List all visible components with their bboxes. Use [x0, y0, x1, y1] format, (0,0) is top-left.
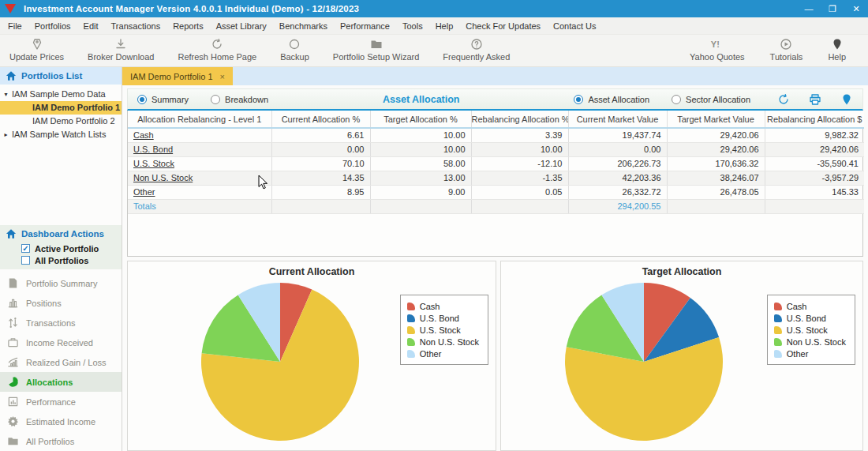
iam-triangle-logo — [4, 3, 17, 14]
legend-label: Cash — [787, 302, 807, 311]
toolbar-tutorials-button[interactable]: Tutorials — [770, 38, 803, 62]
radio-sector-allocation[interactable]: Sector Allocation — [672, 95, 750, 104]
column-header-target-allocation[interactable]: Target Allocation % — [370, 111, 471, 128]
tree-item-iam-demo-portfolio-2[interactable]: IAM Demo Portfolio 2 — [0, 115, 122, 128]
column-header-rebalancing-allocation[interactable]: Rebalancing Allocation $ — [765, 111, 864, 128]
printer-icon[interactable] — [809, 93, 821, 106]
trend-chart-icon — [7, 356, 19, 368]
cell-value: 26,478.05 — [667, 185, 765, 199]
allocation-table: Allocation Rebalancing - Level 1Current … — [128, 111, 864, 214]
checkbox-row-active-portfolio[interactable]: ✓Active Portfolio — [0, 242, 122, 254]
column-header-rebalancing-allocation[interactable]: Rebalancing Allocation % — [471, 111, 568, 128]
column-header-allocation-rebalancing-level-1[interactable]: Allocation Rebalancing - Level 1 — [128, 111, 271, 128]
radio-unselected-icon — [211, 95, 220, 104]
cell-value: 10.00 — [471, 142, 568, 156]
legend-label: Other — [420, 349, 442, 359]
sidebar-spacer — [0, 141, 122, 225]
menu-contact-us[interactable]: Contact Us — [547, 17, 602, 35]
toolbar-backup-button[interactable]: Backup — [280, 38, 309, 62]
sidebar-item-transactions[interactable]: Transactions — [0, 313, 122, 333]
radio-selected-icon — [574, 95, 583, 104]
bookmark-icon[interactable] — [840, 93, 853, 106]
sidebar-item-realized-gain-loss[interactable]: Realized Gain / Loss — [0, 352, 122, 372]
panel-title: Asset Allocation — [268, 94, 574, 105]
row-label-link[interactable]: U.S. Bond — [128, 142, 271, 156]
checkbox-unchecked-icon[interactable] — [21, 256, 30, 265]
sidebar-item-all-portfolios[interactable]: All Portfolios — [0, 431, 122, 451]
table-row: U.S. Stock70.1058.00-12.10206,226.73170,… — [128, 156, 864, 171]
toolbar-portfolio-setup-wizard-button[interactable]: Portfolio Setup Wizard — [333, 38, 419, 62]
toolbar-label: Yahoo Quotes — [690, 52, 745, 62]
tree-item-iam-sample-watch-lists[interactable]: ▸IAM Sample Watch Lists — [0, 128, 122, 141]
radio-asset-allocation[interactable]: Asset Allocation — [574, 95, 649, 104]
sidebar-item-label: Performance — [26, 397, 76, 407]
toolbar-yahoo-quotes-button[interactable]: Y!Yahoo Quotes — [690, 38, 745, 62]
toolbar-label: Refresh Home Page — [178, 52, 256, 62]
sidebar-item-performance[interactable]: Performance — [0, 392, 122, 412]
checkbox-row-all-portfolios[interactable]: All Portfolios — [0, 254, 122, 266]
portfolios-list-label: Portfolios List — [21, 71, 82, 81]
tree-collapsed-icon[interactable]: ▸ — [0, 131, 12, 138]
row-label-link[interactable]: Non U.S. Stock — [128, 171, 271, 185]
menu-asset-library[interactable]: Asset Library — [210, 17, 273, 35]
totals-value — [271, 199, 370, 213]
menu-benchmarks[interactable]: Benchmarks — [273, 17, 334, 35]
menu-reports[interactable]: Reports — [166, 17, 210, 35]
dashboard-checkboxes: ✓Active PortfolioAll Portfolios — [0, 242, 122, 266]
main-area: IAM Demo Portfolio 1 × SummaryBreakdown … — [122, 67, 868, 451]
legend-label: Non U.S. Stock — [420, 337, 479, 347]
toolbar-help-button[interactable]: Help — [828, 38, 846, 62]
radio-unselected-icon — [672, 95, 681, 104]
home-icon — [6, 228, 17, 239]
column-header-current-allocation[interactable]: Current Allocation % — [271, 111, 370, 128]
toolbar-frequently-asked-button[interactable]: Frequently Asked — [443, 38, 510, 62]
performance-icon — [7, 396, 19, 408]
tab-close-icon[interactable]: × — [220, 72, 225, 81]
menu-performance[interactable]: Performance — [334, 17, 396, 35]
target-allocation-pie — [564, 282, 724, 442]
menu-transactions[interactable]: Transactions — [105, 17, 167, 35]
row-label-link[interactable]: Cash — [128, 128, 271, 142]
table-header-row: Allocation Rebalancing - Level 1Current … — [128, 111, 864, 128]
restore-button[interactable]: ❐ — [821, 0, 844, 17]
sidebar-item-allocations[interactable]: Allocations — [0, 372, 122, 392]
checkbox-checked-icon[interactable]: ✓ — [21, 244, 30, 253]
menu-file[interactable]: File — [2, 17, 28, 35]
menu-help[interactable]: Help — [429, 17, 460, 35]
close-button[interactable]: ✕ — [844, 0, 868, 17]
briefcase-icon — [7, 336, 19, 348]
toolbar-broker-download-button[interactable]: Broker Download — [88, 38, 154, 62]
tree-item-iam-sample-demo-data[interactable]: ▾IAM Sample Demo Data — [0, 88, 122, 101]
menu-check-for-updates[interactable]: Check For Updates — [459, 17, 547, 35]
legend-marker — [407, 314, 415, 322]
sidebar-item-income-received[interactable]: Income Received — [0, 333, 122, 352]
tree-item-iam-demo-portfolio-1[interactable]: IAM Demo Portfolio 1 — [0, 101, 122, 115]
tab-iam-demo-portfolio-1[interactable]: IAM Demo Portfolio 1 × — [122, 67, 233, 85]
menu-portfolios[interactable]: Portfolios — [28, 17, 77, 35]
sidebar-item-positions[interactable]: Positions — [0, 293, 122, 313]
toolbar-label: Broker Download — [88, 52, 154, 62]
tree-item-label: IAM Demo Portfolio 2 — [32, 116, 115, 126]
row-label-link[interactable]: U.S. Stock — [128, 156, 271, 171]
radio-breakdown[interactable]: Breakdown — [211, 95, 268, 104]
menu-edit[interactable]: Edit — [77, 17, 105, 35]
radio-summary[interactable]: Summary — [137, 95, 189, 104]
cell-value: 9.00 — [370, 185, 471, 199]
minimize-button[interactable]: — — [797, 0, 821, 17]
table-row: Cash6.6110.003.3919,437.7429,420.069,982… — [128, 128, 864, 142]
toolbar-update-prices-button[interactable]: Update Prices — [9, 38, 64, 62]
mode-radio-group: Asset AllocationSector Allocation — [574, 95, 750, 104]
column-header-target-market-value[interactable]: Target Market Value — [667, 111, 765, 128]
cell-value: 6.61 — [271, 128, 370, 142]
refresh-icon[interactable] — [777, 93, 790, 106]
column-header-current-market-value[interactable]: Current Market Value — [568, 111, 667, 128]
sidebar-item-estimated-income[interactable]: Estimated Income — [0, 412, 122, 431]
tree-expanded-icon[interactable]: ▾ — [0, 91, 12, 98]
cell-value: 58.00 — [370, 156, 471, 171]
row-label-link[interactable]: Other — [128, 185, 271, 199]
sidebar-item-portfolio-summary[interactable]: Portfolio Summary — [0, 273, 122, 293]
cell-value: 19,437.74 — [568, 128, 667, 142]
menu-tools[interactable]: Tools — [396, 17, 429, 35]
toolbar-refresh-home-page-button[interactable]: Refresh Home Page — [178, 38, 256, 62]
dashboard-actions-section: Dashboard Actions ✓Active PortfolioAll P… — [0, 225, 122, 269]
